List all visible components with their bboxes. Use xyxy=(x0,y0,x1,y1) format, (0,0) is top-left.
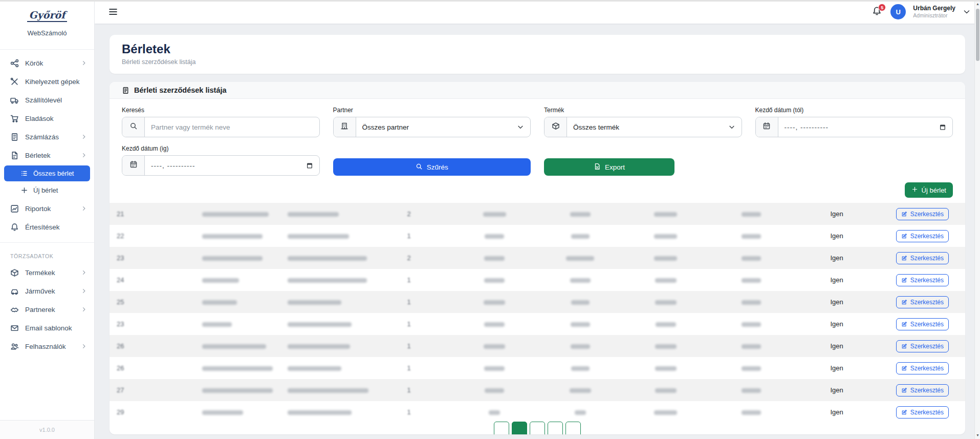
cell-havi-dij-osszesen xyxy=(537,357,623,379)
redacted-text xyxy=(202,410,243,415)
kod-value: 24 xyxy=(117,276,124,284)
sidebar-item-felhasznalok[interactable]: Felhasználók xyxy=(0,337,94,356)
topbar: 5 U Urbán Gergely Adminisztrátor xyxy=(95,0,980,24)
sidebar-item-szallitolevel[interactable]: Szállítólevél xyxy=(0,91,94,109)
edit-button[interactable]: Szerkesztés xyxy=(896,362,949,374)
cell-aktiv: Igen xyxy=(794,291,880,313)
pagination-prev[interactable] xyxy=(494,422,509,434)
logo-box: Győröf WebSzámoló xyxy=(0,0,94,43)
filter-partner: Partner Összes partner xyxy=(333,107,531,137)
panel-header-title: Bérleti szerződések listája xyxy=(134,86,227,94)
edit-icon xyxy=(901,211,907,217)
edit-icon xyxy=(901,365,907,371)
date-from-input[interactable]: ----, ---------- xyxy=(778,117,953,137)
edit-icon xyxy=(901,343,907,349)
pagination-page-1[interactable] xyxy=(512,422,527,434)
cell-aktiv: Igen xyxy=(794,225,880,247)
route-icon xyxy=(10,59,19,68)
sidebar-item-ertesitesek[interactable]: Értesítések xyxy=(0,218,94,236)
chevron-down-icon[interactable] xyxy=(963,8,971,16)
cell-partner xyxy=(195,203,280,225)
mennyiseg-value: 1 xyxy=(407,298,411,306)
aktiv-value: Igen xyxy=(830,232,843,240)
search-input-group: Partner vagy termék neve xyxy=(122,117,320,137)
product-select[interactable]: Összes termék xyxy=(567,117,742,137)
partner-select-group: Összes partner xyxy=(333,117,531,137)
filters-row-2: Kezdő dátum (ig) ----, ---------- xyxy=(110,137,965,176)
calendar-icon xyxy=(122,156,145,175)
sidebar-item-korok[interactable]: Körök xyxy=(0,54,94,72)
rentals-table: 212IgenSzerkesztés221IgenSzerkesztés232I… xyxy=(110,203,965,423)
sidebar-item-kihelyezett-gepek[interactable]: Kihelyezett gépek xyxy=(0,72,94,91)
edit-button-label: Szerkesztés xyxy=(910,277,944,284)
pagination-next[interactable] xyxy=(565,422,581,434)
edit-button[interactable]: Szerkesztés xyxy=(896,318,949,330)
cell-muveletek: Szerkesztés xyxy=(880,225,965,247)
sidebar-subitem-uj-berlet[interactable]: Új bérlet xyxy=(4,182,90,198)
edit-button[interactable]: Szerkesztés xyxy=(896,208,949,220)
sidebar-item-eladasok[interactable]: Eladások xyxy=(0,109,94,128)
cell-kezdo-datum xyxy=(623,313,708,335)
pagination[interactable] xyxy=(494,422,581,434)
sidebar-subitem-osszes-berlet[interactable]: Összes bérlet xyxy=(4,165,90,181)
vertical-scrollbar[interactable]: ▲ ▼ xyxy=(974,0,980,439)
cell-havi-dij-egyseg xyxy=(452,225,537,247)
partner-select[interactable]: Összes partner xyxy=(356,117,531,137)
edit-button[interactable]: Szerkesztés xyxy=(896,230,949,242)
cell-mennyiseg: 2 xyxy=(366,247,452,269)
cell-havi-dij-osszesen xyxy=(537,291,623,313)
chevron-down-icon xyxy=(728,123,735,131)
filter-button[interactable]: Szűrés xyxy=(333,158,531,176)
kod-value: 26 xyxy=(117,342,124,350)
chevron-right-icon xyxy=(81,288,87,294)
sidebar-item-riportok[interactable]: Riportok xyxy=(0,199,94,218)
notifications-button[interactable]: 5 xyxy=(872,6,883,18)
mennyiseg-value: 2 xyxy=(407,210,411,218)
edit-button[interactable]: Szerkesztés xyxy=(896,406,949,419)
product-label: Termék xyxy=(544,107,742,114)
scroll-down-arrow[interactable]: ▼ xyxy=(975,433,980,437)
redacted-text xyxy=(654,256,677,261)
list-icon xyxy=(20,170,28,177)
aktiv-value: Igen xyxy=(830,386,843,394)
edit-icon xyxy=(901,409,907,415)
pagination-page-3[interactable] xyxy=(548,422,563,434)
sidebar-item-berletek[interactable]: Bérletek xyxy=(0,146,94,164)
edit-button[interactable]: Szerkesztés xyxy=(896,274,949,286)
filter-date-to: Kezdő dátum (ig) ----, ---------- xyxy=(122,145,320,176)
sidebar-divider xyxy=(0,49,94,50)
sidebar-item-label: Eladások xyxy=(25,115,87,122)
avatar[interactable]: U xyxy=(890,4,906,19)
edit-button[interactable]: Szerkesztés xyxy=(896,384,949,396)
export-button[interactable]: Export xyxy=(544,158,674,176)
new-rental-button[interactable]: Új bérlet xyxy=(905,182,953,198)
menu-toggle-icon[interactable] xyxy=(108,7,118,17)
pagination-page-2[interactable] xyxy=(530,422,545,434)
search-input[interactable]: Partner vagy termék neve xyxy=(145,117,319,137)
redacted-text xyxy=(654,410,677,415)
redacted-text xyxy=(485,234,504,239)
edit-button[interactable]: Szerkesztés xyxy=(896,340,949,352)
date-picker-icon[interactable] xyxy=(939,123,946,131)
date-picker-icon[interactable] xyxy=(306,162,313,169)
edit-button[interactable]: Szerkesztés xyxy=(896,252,949,264)
aktiv-value: Igen xyxy=(830,320,843,328)
sidebar-item-szamlazas[interactable]: Számlázás xyxy=(0,128,94,146)
date-from-value: ----, ---------- xyxy=(785,123,829,131)
kod-value: 22 xyxy=(117,232,124,240)
date-to-input[interactable]: ----, ---------- xyxy=(145,156,319,175)
sidebar-item-label: Bérletek xyxy=(25,152,81,159)
sidebar-item-label: Termékek xyxy=(25,269,81,277)
cell-partner xyxy=(195,313,280,335)
cell-termek xyxy=(280,225,366,247)
sidebar-item-termekek[interactable]: Termékek xyxy=(0,263,94,282)
scrollbar-thumb[interactable] xyxy=(976,9,979,61)
sidebar-item-jarmuvek[interactable]: Járművek xyxy=(0,282,94,300)
cell-havi-dij-egyseg xyxy=(452,313,537,335)
sidebar-item-partnerek[interactable]: Partnerek xyxy=(0,300,94,319)
user-menu[interactable]: Urbán Gergely Adminisztrátor xyxy=(913,5,955,18)
scroll-up-arrow[interactable]: ▲ xyxy=(975,2,980,6)
edit-button[interactable]: Szerkesztés xyxy=(896,296,949,308)
sidebar-item-email-sablonok[interactable]: Email sablonok xyxy=(0,319,94,337)
cell-mennyiseg: 1 xyxy=(366,313,452,335)
